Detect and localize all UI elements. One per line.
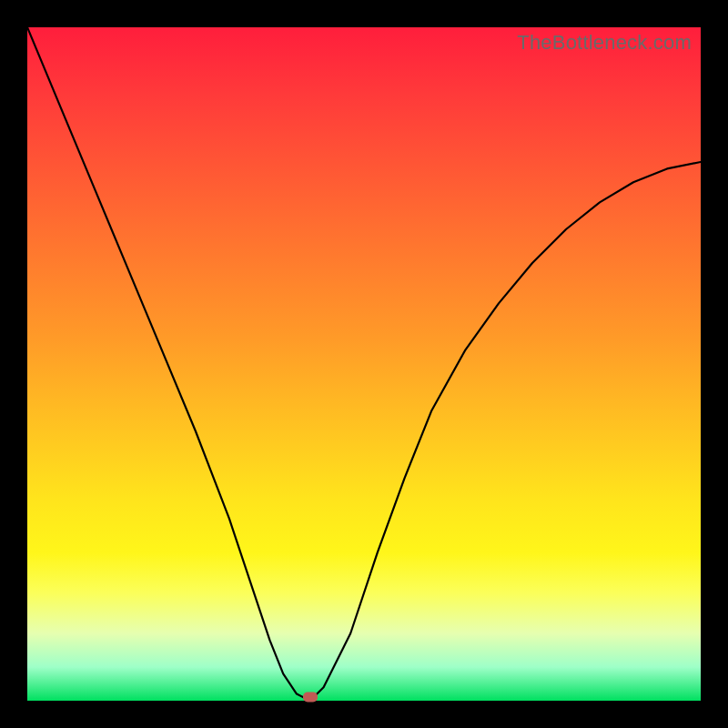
curve-path: [27, 27, 701, 701]
plot-area: TheBottleneck.com: [27, 27, 701, 701]
min-point-marker: [303, 693, 318, 703]
curve-svg: [27, 27, 701, 701]
chart-frame: TheBottleneck.com: [0, 0, 728, 728]
